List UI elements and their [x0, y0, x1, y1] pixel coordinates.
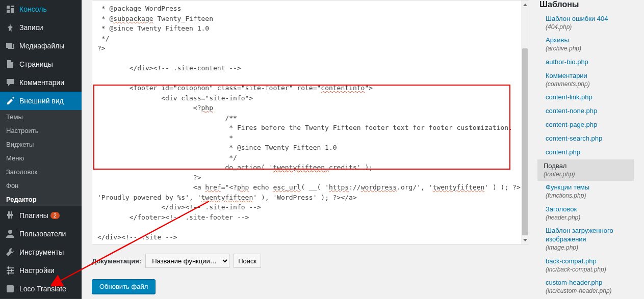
template-item[interactable]: content-page.php	[539, 118, 634, 132]
template-link[interactable]: Подвал	[544, 162, 566, 170]
appearance-submenu: ТемыНастроитьВиджетыМенюЗаголовокФонРеда…	[0, 110, 82, 206]
submenu-item[interactable]: Виджеты	[0, 138, 82, 151]
template-filename: (inc/back-compat.php)	[546, 266, 634, 274]
template-link[interactable]: custom-header.php	[546, 279, 602, 286]
code-textarea[interactable]	[92, 1, 529, 244]
svg-rect-6	[8, 271, 9, 275]
tool-icon	[5, 247, 15, 257]
scroll-up-button[interactable]	[521, 1, 529, 9]
submenu-item[interactable]: Фон	[0, 179, 82, 193]
template-item[interactable]: Подвал(footer.php)	[537, 159, 634, 181]
menu-item-comment[interactable]: Комментарии	[0, 73, 82, 92]
svg-rect-3	[7, 273, 14, 274]
menu-label: Медиафайлы	[19, 42, 64, 50]
menu-item-loco[interactable]: Loco Translate	[0, 280, 82, 298]
submenu-item[interactable]: Темы	[0, 110, 82, 124]
pin-icon	[5, 22, 15, 33]
menu-item-plugin[interactable]: Плагины2	[0, 206, 82, 225]
menu-item-tool[interactable]: Инструменты	[0, 243, 82, 261]
menu-item-media[interactable]: Медиафайлы	[0, 37, 82, 55]
template-item[interactable]: Функции темы(functions.php)	[539, 181, 634, 202]
template-link[interactable]: content-none.php	[546, 107, 597, 115]
menu-label: Внешний вид	[19, 97, 64, 105]
main-content: * @package WordPress * @subpackage Twent…	[82, 0, 644, 299]
template-item[interactable]: Шаблон загруженного изображения(image.ph…	[539, 224, 634, 254]
documentation-row: Документация: Название функции… Поиск	[92, 254, 529, 268]
update-file-button[interactable]: Обновить файл	[92, 279, 156, 294]
template-item[interactable]: content-link.php	[539, 91, 634, 104]
template-link[interactable]: Шаблон ошибки 404	[546, 15, 608, 22]
template-link[interactable]: Архивы	[546, 36, 569, 44]
submenu-item[interactable]: Заголовок	[0, 165, 82, 179]
dashboard-icon	[5, 4, 15, 14]
menu-item-appearance[interactable]: Внешний вид	[0, 92, 82, 110]
template-item[interactable]: Архивы(archive.php)	[539, 34, 634, 55]
scroll-thumb[interactable]	[522, 48, 528, 237]
menu-label: Консоль	[19, 5, 47, 13]
template-link[interactable]: Шаблон загруженного изображения	[546, 227, 613, 243]
plugin-icon	[5, 210, 15, 221]
menu-label: Инструменты	[19, 248, 64, 256]
template-filename: (image.php)	[546, 244, 634, 252]
template-filename: (footer.php)	[544, 171, 634, 179]
template-link[interactable]: Функции темы	[546, 183, 589, 191]
menu-label: Loco Translate	[19, 285, 66, 293]
svg-rect-2	[7, 270, 14, 271]
template-item[interactable]: Заголовок(header.php)	[539, 203, 634, 224]
menu-label: Комментарии	[19, 78, 64, 87]
template-link[interactable]: Комментарии	[546, 72, 587, 79]
user-icon	[5, 229, 15, 239]
templates-panel: Шаблоны Шаблон ошибки 404(404.php)Архивы…	[529, 0, 634, 299]
template-item[interactable]: content-search.php	[539, 132, 634, 146]
template-filename: (inc/custom-header.php)	[546, 287, 634, 295]
media-icon	[5, 41, 15, 51]
scroll-down-button[interactable]	[521, 235, 529, 244]
settings-icon	[5, 265, 15, 276]
template-item[interactable]: content.php	[539, 146, 634, 159]
menu-label: Настройки	[19, 266, 55, 275]
template-link[interactable]: Заголовок	[546, 205, 577, 213]
template-filename: (header.php)	[546, 214, 634, 222]
menu-label: Пользователи	[19, 230, 66, 238]
menu-item-page[interactable]: Страницы	[0, 55, 82, 73]
svg-rect-7	[7, 285, 14, 292]
template-item[interactable]: Шаблон ошибки 404(404.php)	[539, 12, 634, 34]
template-item[interactable]: back-compat.php(inc/back-compat.php)	[539, 255, 634, 276]
template-link[interactable]: author-bio.php	[546, 58, 588, 66]
appearance-icon	[5, 96, 15, 106]
template-link[interactable]: back-compat.php	[546, 257, 597, 265]
comment-icon	[5, 77, 15, 88]
menu-item-user[interactable]: Пользователи	[0, 225, 82, 243]
template-link[interactable]: content-page.php	[546, 121, 597, 128]
template-link[interactable]: content-search.php	[546, 134, 602, 142]
template-item[interactable]: custom-header.php(inc/custom-header.php)	[539, 276, 634, 297]
menu-item-dashboard[interactable]: Консоль	[0, 0, 82, 18]
search-button[interactable]: Поиск	[234, 254, 261, 268]
documentation-label: Документация:	[92, 257, 141, 265]
menu-item-pin[interactable]: Записи	[0, 18, 82, 37]
admin-sidebar: КонсольЗаписиМедиафайлыСтраницыКомментар…	[0, 0, 82, 299]
function-select[interactable]: Название функции…	[145, 254, 229, 268]
svg-rect-1	[7, 267, 14, 268]
submenu-item[interactable]: Редактор	[0, 193, 82, 206]
svg-rect-5	[11, 269, 12, 272]
template-filename: (archive.php)	[546, 45, 634, 53]
template-item[interactable]: author-bio.php	[539, 56, 634, 69]
loco-icon	[5, 284, 15, 294]
page-icon	[5, 59, 15, 69]
editor-scrollbar[interactable]	[521, 1, 529, 244]
menu-label: Страницы	[19, 60, 53, 68]
update-badge: 2	[50, 212, 60, 219]
template-filename: (comments.php)	[546, 80, 634, 89]
template-link[interactable]: content-link.php	[546, 93, 593, 101]
template-link[interactable]: content.php	[546, 148, 580, 156]
submenu-item[interactable]: Настроить	[0, 124, 82, 138]
templates-heading: Шаблоны	[539, 0, 634, 9]
template-item[interactable]: Комментарии(comments.php)	[539, 69, 634, 91]
template-item[interactable]: content-none.php	[539, 104, 634, 118]
template-filename: (404.php)	[546, 23, 634, 32]
svg-point-0	[8, 230, 12, 234]
code-editor-wrapper: * @package WordPress * @subpackage Twent…	[92, 0, 529, 244]
submenu-item[interactable]: Меню	[0, 151, 82, 165]
menu-item-settings[interactable]: Настройки	[0, 261, 82, 280]
